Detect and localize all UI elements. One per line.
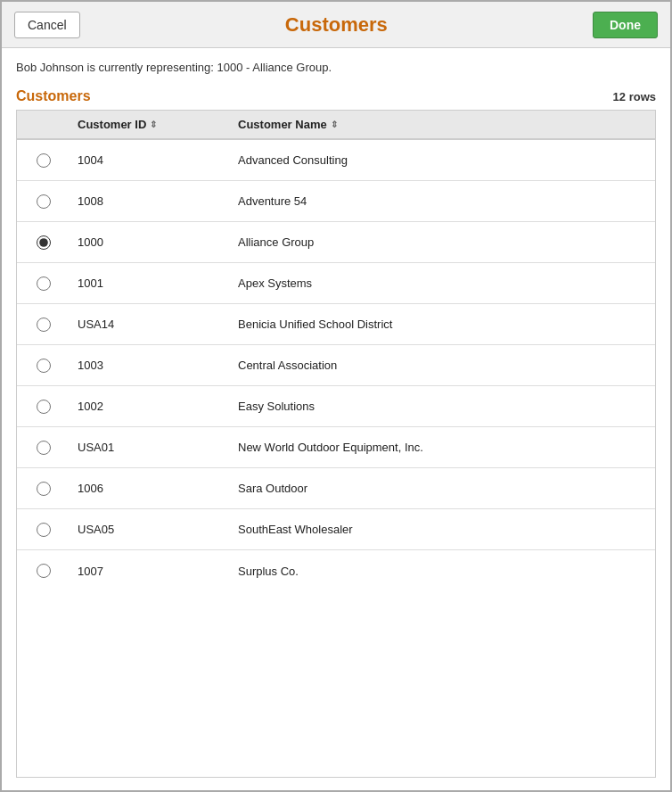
customer-name-cell: Central Association <box>231 359 655 372</box>
customer-id-cell: 1001 <box>70 276 231 290</box>
table-row: 1008Adventure 54 <box>17 181 655 222</box>
radio-cell <box>17 318 70 332</box>
radio-cell <box>17 564 70 578</box>
table-row: USA01New World Outdoor Equipment, Inc. <box>17 427 655 468</box>
radio-cell <box>17 359 70 373</box>
customer-id-cell: 1003 <box>70 359 231 372</box>
table-header: Customer ID ⇕ Customer Name ⇕ <box>17 111 655 140</box>
table-row: 1006Sara Outdoor <box>17 468 655 509</box>
customer-name-cell: Easy Solutions <box>231 400 655 413</box>
customer-radio[interactable] <box>37 359 51 373</box>
customer-radio[interactable] <box>37 482 51 496</box>
customer-name-sort-icon[interactable]: ⇕ <box>331 120 338 129</box>
customer-name-cell: Benicia Unified School District <box>231 318 655 331</box>
info-text: Bob Johnson is currently representing: 1… <box>16 61 656 74</box>
customer-radio[interactable] <box>37 276 51 291</box>
customer-id-cell: 1004 <box>70 153 231 167</box>
table-row: 1001Apex Systems <box>17 263 655 304</box>
customer-name-cell: Alliance Group <box>231 235 655 249</box>
table-row: 1002Easy Solutions <box>17 386 655 427</box>
customer-name-cell: Surplus Co. <box>231 565 655 578</box>
table-row: 1007Surplus Co. <box>17 550 655 591</box>
customer-id-cell: 1006 <box>70 482 231 495</box>
customer-name-cell: Apex Systems <box>231 276 655 290</box>
table-row: 1000Alliance Group <box>17 222 655 263</box>
customer-id-cell: 1002 <box>70 400 231 413</box>
customer-id-cell: USA14 <box>70 318 231 331</box>
customer-name-cell: Sara Outdoor <box>231 482 655 495</box>
radio-cell <box>17 441 70 455</box>
radio-cell <box>17 153 70 168</box>
cancel-button[interactable]: Cancel <box>14 12 80 38</box>
customer-radio[interactable] <box>37 523 51 537</box>
customer-name-cell: New World Outdoor Equipment, Inc. <box>231 441 655 454</box>
customer-id-sort-icon[interactable]: ⇕ <box>150 120 157 129</box>
customer-radio[interactable] <box>37 564 51 578</box>
radio-cell <box>17 400 70 414</box>
customer-id-label: Customer ID <box>78 118 146 131</box>
radio-col-header <box>17 118 70 131</box>
table-row: USA05SouthEast Wholesaler <box>17 509 655 550</box>
customer-radio[interactable] <box>37 400 51 414</box>
radio-cell <box>17 523 70 537</box>
customer-id-cell: 1007 <box>70 565 231 578</box>
customer-id-cell: USA05 <box>70 523 231 536</box>
section-title: Customers <box>16 88 91 104</box>
customer-name-cell: SouthEast Wholesaler <box>231 523 655 536</box>
customer-id-cell: 1000 <box>70 235 231 249</box>
customer-name-col-header: Customer Name ⇕ <box>231 118 641 131</box>
radio-cell <box>17 482 70 496</box>
done-button[interactable]: Done <box>593 12 658 38</box>
customer-id-cell: USA01 <box>70 441 231 454</box>
radio-cell <box>17 235 70 250</box>
customer-radio[interactable] <box>37 318 51 332</box>
customers-table: Customer ID ⇕ Customer Name ⇕ 1004Advanc… <box>16 110 656 778</box>
modal-container: Cancel Customers Done Bob Johnson is cur… <box>0 0 672 792</box>
customer-name-cell: Advanced Consulting <box>231 153 655 167</box>
table-body[interactable]: 1004Advanced Consulting1008Adventure 541… <box>17 140 655 777</box>
modal-body: Bob Johnson is currently representing: 1… <box>2 48 670 790</box>
customer-radio[interactable] <box>37 441 51 455</box>
table-row: USA14Benicia Unified School District <box>17 304 655 345</box>
radio-cell <box>17 276 70 291</box>
customer-radio[interactable] <box>37 194 51 209</box>
customer-radio[interactable] <box>37 153 51 168</box>
radio-cell <box>17 194 70 209</box>
customer-name-label: Customer Name <box>238 118 327 131</box>
table-row: 1003Central Association <box>17 345 655 386</box>
modal-header: Cancel Customers Done <box>2 2 670 48</box>
customer-id-col-header: Customer ID ⇕ <box>70 118 231 131</box>
row-count: 12 rows <box>613 90 656 103</box>
table-row: 1004Advanced Consulting <box>17 140 655 181</box>
customer-name-cell: Adventure 54 <box>231 194 655 208</box>
modal-title: Customers <box>285 13 388 37</box>
customer-id-cell: 1008 <box>70 194 231 208</box>
customer-radio[interactable] <box>37 235 51 250</box>
section-header: Customers 12 rows <box>16 88 656 104</box>
